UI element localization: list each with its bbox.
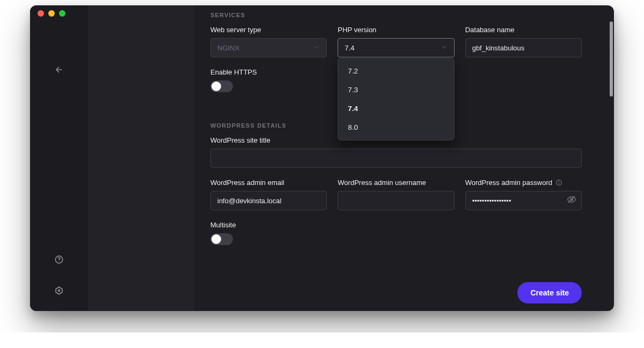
services-heading: SERVICES	[210, 12, 582, 18]
web-server-value: NGINX	[217, 44, 239, 52]
php-version-select[interactable]: 7.4	[338, 38, 454, 57]
scrollbar-thumb[interactable]	[610, 21, 613, 97]
database-name-field: Database name	[465, 26, 582, 57]
web-server-select[interactable]: NGINX	[210, 38, 327, 57]
svg-point-2	[59, 261, 60, 262]
php-option-7-3[interactable]: 7.3	[338, 80, 453, 99]
site-title-field: WordPress site title	[210, 136, 582, 168]
multisite-toggle[interactable]	[210, 233, 233, 245]
enable-https-toggle[interactable]	[210, 80, 233, 92]
settings-button[interactable]	[48, 280, 70, 301]
admin-password-input[interactable]	[465, 191, 582, 210]
admin-password-field: WordPress admin password	[465, 179, 582, 210]
back-button[interactable]	[48, 59, 70, 80]
toggle-password-visibility[interactable]	[567, 195, 576, 206]
php-option-7-2[interactable]: 7.2	[338, 62, 453, 80]
php-option-8-0[interactable]: 8.0	[338, 118, 453, 137]
info-icon	[555, 179, 562, 186]
sidebar	[30, 5, 88, 311]
eye-off-icon	[567, 195, 576, 204]
main-panel: SERVICES Web server type NGINX PHP versi…	[194, 5, 614, 311]
multisite-row: Multisite	[210, 221, 582, 245]
web-server-label: Web server type	[210, 26, 327, 34]
multisite-label: Multisite	[210, 221, 582, 229]
admin-username-input[interactable]	[338, 191, 454, 210]
toggle-knob	[211, 82, 221, 91]
help-icon	[54, 255, 64, 264]
svg-point-4	[58, 290, 60, 291]
chevron-down-icon	[313, 44, 320, 52]
admin-email-field: WordPress admin email	[210, 179, 327, 210]
database-name-label: Database name	[465, 26, 582, 34]
svg-point-7	[559, 181, 559, 182]
php-option-7-4[interactable]: 7.4	[338, 99, 453, 118]
app-window: SERVICES Web server type NGINX PHP versi…	[30, 5, 614, 311]
chevron-down-icon	[441, 44, 448, 52]
php-version-value: 7.4	[345, 44, 354, 52]
web-server-field: Web server type NGINX	[210, 26, 327, 57]
help-button[interactable]	[48, 249, 70, 270]
php-version-label: PHP version	[338, 26, 454, 34]
window-zoom-button[interactable]	[59, 10, 65, 17]
site-title-input[interactable]	[210, 149, 582, 168]
toggle-knob	[211, 234, 221, 244]
settings-hex-icon	[54, 286, 64, 295]
secondary-column	[88, 5, 194, 311]
create-site-button[interactable]: Create site	[517, 282, 582, 303]
window-minimize-button[interactable]	[48, 10, 55, 17]
admin-email-label: WordPress admin email	[210, 179, 327, 187]
database-name-input[interactable]	[465, 38, 582, 57]
php-version-field: PHP version 7.4 7.2 7.3 7.4 8.0	[338, 26, 454, 57]
admin-username-field: WordPress admin username	[338, 179, 454, 210]
window-close-button[interactable]	[38, 10, 44, 17]
admin-email-input[interactable]	[210, 191, 327, 210]
admin-username-label: WordPress admin username	[338, 179, 454, 187]
arrow-left-icon	[54, 65, 64, 75]
admin-password-label: WordPress admin password	[465, 179, 582, 187]
php-version-dropdown: 7.2 7.3 7.4 8.0	[338, 58, 454, 140]
svg-marker-3	[56, 287, 62, 294]
